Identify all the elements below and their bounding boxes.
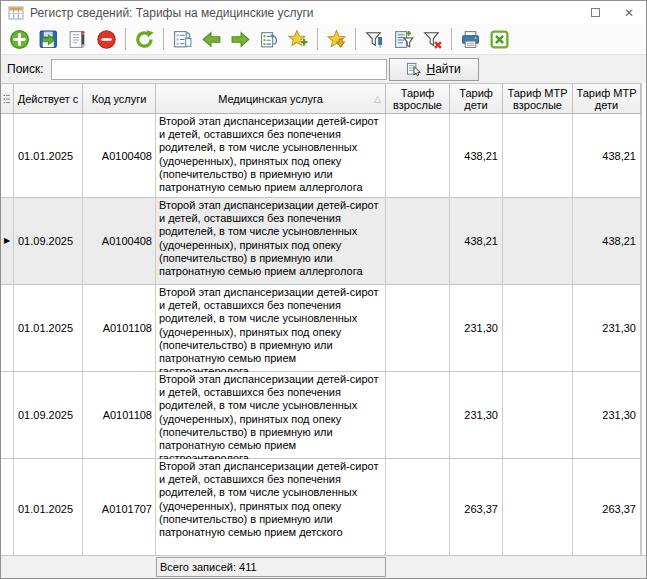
- row-list-icon: [3, 93, 11, 105]
- print-button[interactable]: [456, 26, 485, 53]
- cell-date[interactable]: 01.01.2025: [14, 285, 83, 372]
- cell-tariff-mtr-child[interactable]: 231,30: [573, 372, 641, 459]
- search-label: Поиск:: [7, 62, 44, 76]
- column-header-tariff-child[interactable]: Тариф дети: [450, 84, 503, 113]
- cell-tariff-adult[interactable]: [386, 285, 450, 372]
- history-list-icon: [259, 29, 280, 50]
- cell-tariff-mtr-child[interactable]: 231,30: [573, 285, 641, 372]
- cell-date[interactable]: 01.01.2025: [14, 459, 83, 557]
- back-arrow-icon: [201, 29, 222, 50]
- cell-tariff-adult[interactable]: [386, 372, 450, 459]
- table-body: 01.01.2025 A0100408 Второй этап диспансе…: [1, 114, 641, 557]
- favorites-star-icon: [326, 29, 347, 50]
- save-icon: [38, 29, 59, 50]
- status-bar: Всего записей: 411: [1, 555, 646, 578]
- cell-service-name[interactable]: Второй этап диспансеризации детей-сирот …: [156, 285, 386, 372]
- select-from-list-button[interactable]: [168, 26, 197, 53]
- column-header-code[interactable]: Код услуги: [83, 84, 156, 113]
- table-row[interactable]: 01.01.2025 A0101707 Второй этап диспансе…: [1, 459, 641, 557]
- find-button[interactable]: Найти: [389, 58, 479, 81]
- cell-tariff-mtr-adult[interactable]: [503, 285, 573, 372]
- table-icon: [8, 5, 24, 21]
- table-row[interactable]: ▶ 01.09.2025 A0100408 Второй этап диспан…: [1, 198, 641, 285]
- column-header-tariff-mtr-adult[interactable]: Тариф МТР взрослые: [503, 84, 573, 113]
- history-list-button[interactable]: [255, 26, 284, 53]
- cell-service-name[interactable]: Второй этап диспансеризации детей-сирот …: [156, 372, 386, 459]
- column-header-service[interactable]: Медицинская услуга △: [156, 84, 386, 113]
- row-selector-cell[interactable]: ▶: [1, 198, 14, 285]
- save-button[interactable]: [34, 26, 63, 53]
- row-selector-cell[interactable]: [1, 459, 14, 557]
- cell-tariff-adult[interactable]: [386, 459, 450, 557]
- toolbar: [1, 24, 646, 54]
- close-icon: ✕: [624, 7, 634, 19]
- cell-tariff-mtr-child[interactable]: 263,37: [573, 459, 641, 557]
- column-header-tariff-adult[interactable]: Тариф взрослые: [386, 84, 450, 113]
- toolbar-separator: [355, 28, 356, 50]
- cell-service-code[interactable]: A0101707: [83, 459, 156, 557]
- column-header-tariff-mtr-child[interactable]: Тариф МТР дети: [573, 84, 641, 113]
- table-header-row: Действует с Код услуги Медицинская услуг…: [1, 83, 641, 114]
- cell-tariff-mtr-child[interactable]: 438,21: [573, 114, 641, 198]
- cell-tariff-child[interactable]: 263,37: [450, 459, 503, 557]
- cell-service-name[interactable]: Второй этап диспансеризации детей-сирот …: [156, 198, 386, 285]
- total-records: Всего записей: 411: [156, 557, 386, 577]
- cell-service-name[interactable]: Второй этап диспансеризации детей-сирот …: [156, 459, 386, 557]
- filter-button[interactable]: [360, 26, 389, 53]
- add-favorite-button[interactable]: [284, 26, 313, 53]
- row-selector-cell[interactable]: [1, 114, 14, 198]
- window-controls: ✕: [578, 1, 646, 24]
- cell-date[interactable]: 01.09.2025: [14, 372, 83, 459]
- table-row[interactable]: 01.01.2025 A0101108 Второй этап диспансе…: [1, 285, 641, 372]
- cell-tariff-mtr-adult[interactable]: [503, 459, 573, 557]
- cell-tariff-mtr-adult[interactable]: [503, 198, 573, 285]
- clear-filter-icon: [422, 29, 443, 50]
- forward-button[interactable]: [226, 26, 255, 53]
- toolbar-separator: [125, 28, 126, 50]
- export-excel-button[interactable]: [485, 26, 514, 53]
- cell-date[interactable]: 01.09.2025: [14, 198, 83, 285]
- cell-service-code[interactable]: A0100408: [83, 198, 156, 285]
- row-selector-cell[interactable]: [1, 372, 14, 459]
- table-row[interactable]: 01.01.2025 A0100408 Второй этап диспансе…: [1, 114, 641, 198]
- table-row[interactable]: 01.09.2025 A0101108 Второй этап диспансе…: [1, 372, 641, 459]
- find-button-label: Найти: [426, 62, 460, 76]
- cell-tariff-adult[interactable]: [386, 114, 450, 198]
- cell-service-code[interactable]: A0101108: [83, 372, 156, 459]
- row-selector-header[interactable]: [1, 84, 14, 113]
- filter-form-icon: [393, 29, 414, 50]
- search-input[interactable]: [51, 59, 387, 80]
- cell-date[interactable]: 01.01.2025: [14, 114, 83, 198]
- excel-icon: [489, 29, 510, 50]
- clear-filter-button[interactable]: [418, 26, 447, 53]
- cell-tariff-mtr-adult[interactable]: [503, 372, 573, 459]
- favorites-button[interactable]: [322, 26, 351, 53]
- add-favorite-star-icon: [288, 29, 309, 50]
- cell-tariff-child[interactable]: 438,21: [450, 114, 503, 198]
- row-selector-cell[interactable]: [1, 285, 14, 372]
- edit-button[interactable]: [63, 26, 92, 53]
- close-button[interactable]: ✕: [612, 1, 646, 24]
- filter-funnel-icon: [364, 29, 385, 50]
- delete-button[interactable]: [92, 26, 121, 53]
- cell-service-code[interactable]: A0101108: [83, 285, 156, 372]
- cell-tariff-adult[interactable]: [386, 198, 450, 285]
- cell-tariff-child[interactable]: 438,21: [450, 198, 503, 285]
- cell-tariff-mtr-adult[interactable]: [503, 114, 573, 198]
- cell-service-name[interactable]: Второй этап диспансеризации детей-сирот …: [156, 114, 386, 198]
- cell-service-code[interactable]: A0100408: [83, 114, 156, 198]
- registry-window: Регистр сведений: Тарифы на медицинские …: [0, 0, 647, 579]
- refresh-button[interactable]: [130, 26, 159, 53]
- delete-icon: [96, 29, 117, 50]
- cell-tariff-child[interactable]: 231,30: [450, 372, 503, 459]
- search-bar: Поиск: Найти: [1, 54, 646, 83]
- cell-tariff-mtr-child[interactable]: 438,21: [573, 198, 641, 285]
- cell-tariff-child[interactable]: 231,30: [450, 285, 503, 372]
- filter-form-button[interactable]: [389, 26, 418, 53]
- column-header-date[interactable]: Действует с: [14, 84, 83, 113]
- sort-ascending-icon[interactable]: △: [374, 93, 381, 105]
- edit-icon: [67, 29, 88, 50]
- add-button[interactable]: [5, 26, 34, 53]
- maximize-button[interactable]: [578, 1, 612, 24]
- back-button[interactable]: [197, 26, 226, 53]
